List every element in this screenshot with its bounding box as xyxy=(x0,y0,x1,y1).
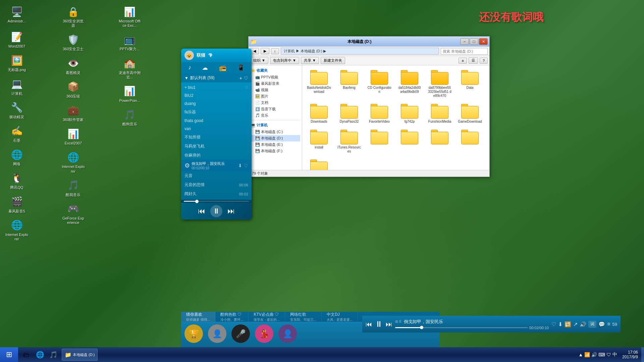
desktop-icon-kuwo[interactable]: 🎵 酷我音乐 xyxy=(60,177,87,199)
folder-favoritevideo[interactable]: FavoriteVideo xyxy=(366,103,393,125)
folder-extra4[interactable] xyxy=(457,128,483,155)
bp-prev-button[interactable]: ⏮ xyxy=(366,320,372,328)
sidebar-item-f[interactable]: 💾 本地磁盘 (F:) xyxy=(250,148,300,154)
playlist-item-buzhisuocuo[interactable]: 不知所措 xyxy=(181,133,252,142)
folder-baofeng[interactable]: Baofeng xyxy=(336,69,363,99)
desktop-icon-drive-mgr[interactable]: 🔧 驱动精灵 xyxy=(3,99,30,121)
bp-heart-button[interactable]: ♡ xyxy=(551,321,556,327)
new-folder-button[interactable]: 新建文件夹 xyxy=(321,57,345,64)
close-button[interactable]: ✕ xyxy=(479,38,488,45)
playlist-item-biu1[interactable]: + biu1 ♡ xyxy=(181,83,252,92)
folder-cd-config[interactable]: CD Configuration xyxy=(366,69,393,99)
playlist-heart-icon[interactable]: ♡ xyxy=(244,75,248,81)
sidebar-item-video[interactable]: 📹 视频 xyxy=(250,87,300,93)
bp-pause-button[interactable]: ⏸ xyxy=(375,319,383,329)
playlist-item-kuohaojiu[interactable]: 阔好久 00:02 xyxy=(181,189,252,198)
desktop-icon-pptv2[interactable]: 📺 PPTV聚力... xyxy=(116,31,143,53)
folder-extra5[interactable] xyxy=(306,158,332,170)
include-library-button[interactable]: 包含到库中 ▼ xyxy=(270,57,299,64)
playlist-item-horse[interactable]: 马羁坐飞机 xyxy=(181,142,252,151)
desktop-icon-geforce[interactable]: 🎮 GeForce Experience xyxy=(60,200,87,227)
playlist-add-icon[interactable]: + xyxy=(239,75,242,81)
view-list-button[interactable]: ≡ xyxy=(459,58,467,64)
progress-track[interactable] xyxy=(184,201,249,202)
desktop-icon-360safe[interactable]: 🛡️ 360安全卫士 xyxy=(60,31,87,53)
reco-item-5[interactable]: 👤 xyxy=(278,324,297,345)
show-desktop-button[interactable] xyxy=(641,347,644,362)
playlist-item-yuanyin[interactable]: 元音 xyxy=(181,171,252,180)
nav-forward-button[interactable]: ▶ xyxy=(261,48,269,54)
desktop-icon-qq[interactable]: 🐧 腾讯QQ xyxy=(3,170,30,191)
desktop-icon-network[interactable]: 🌐 网络 xyxy=(3,146,30,168)
playlist-item-daoge[interactable]: ⚙ 倒戈卸甲，国安民乐 00:02/00:10 ⬇ ♡ xyxy=(181,160,252,171)
taskbar-clock[interactable]: 17:06 2017/9/9 xyxy=(622,350,638,359)
playlist-item-thatsgood[interactable]: thats good xyxy=(181,117,252,125)
desktop-icon-admin[interactable]: 🖥️ Administr... xyxy=(3,3,30,25)
desktop-icon-office[interactable]: 📊 Microsoft Office Exc... xyxy=(116,3,143,29)
reco-tab-guess[interactable]: 猜你喜欢 听得越多 猜得... xyxy=(181,312,215,322)
desktop-icon-word2007[interactable]: 📝 Word2007 xyxy=(3,28,30,50)
bp-loop-button[interactable]: 🔁 xyxy=(565,321,571,327)
desktop-icon-kuwo2[interactable]: 🎵 酷狗音乐 xyxy=(116,106,143,128)
nav-up-button[interactable]: ↑ xyxy=(271,48,279,54)
reco-tab-ktv[interactable]: KTV必点曲 ♡ 张学友 - 逝近的... xyxy=(249,312,285,322)
next-button[interactable]: ⏭ xyxy=(227,207,235,216)
nav-radio-icon[interactable]: 📻 xyxy=(219,64,226,71)
sidebar-item-c[interactable]: 💾 本地磁盘 (C:) xyxy=(250,129,300,135)
playlist-item-nima[interactable]: 你麻痹的 xyxy=(181,151,252,160)
desktop-icon-computer[interactable]: 💻 计算机 xyxy=(3,76,30,98)
bp-track[interactable] xyxy=(395,327,528,328)
taskbar-ie-icon[interactable]: 🌐 xyxy=(34,349,46,361)
sidebar-item-pptv[interactable]: 📺 PPTV视频 xyxy=(250,74,300,80)
desktop-icon-kantu[interactable]: 👁️ 看图精灵 xyxy=(60,55,87,77)
sidebar-item-xunlei[interactable]: ⬇️ 迅雷下载 xyxy=(250,106,300,112)
folder-extra3[interactable] xyxy=(426,128,453,155)
folder-da8799[interactable]: da8799bbee55 3325be55d51 de89c470 xyxy=(426,69,453,99)
view-details-button[interactable]: ☰ xyxy=(469,57,478,64)
folder-gamedownload[interactable]: GameDownload xyxy=(457,103,483,125)
progress-thumb[interactable] xyxy=(195,200,199,203)
reco-item-2[interactable]: 👤 xyxy=(208,324,226,345)
sidebar-item-docs[interactable]: 📄 文档 xyxy=(250,100,300,106)
reco-item-4[interactable]: 💃 xyxy=(255,324,273,345)
pause-button[interactable]: ⏸ xyxy=(210,205,222,217)
reco-tab-hot[interactable]: 酷狗热歌 ♡ 冷小朔、萧环... xyxy=(215,312,249,322)
desktop-icon-powerpoint[interactable]: 📊 PowerPoin... xyxy=(116,83,143,105)
minimize-button[interactable]: − xyxy=(460,38,469,45)
bp-lyrics-button[interactable]: 词 xyxy=(588,321,596,328)
reco-item-1[interactable]: 🏆 xyxy=(184,324,203,345)
tray-antivirus-icon[interactable]: 🛡 xyxy=(606,352,611,357)
desktop-icon-longdi[interactable]: 🏫 龙迪市高中附近... xyxy=(116,55,143,81)
folder-dynapass32[interactable]: DynaPass32 xyxy=(336,103,363,125)
tray-network-icon[interactable]: 📶 xyxy=(584,352,590,357)
reco-tab-netsong[interactable]: 网络红歌 安东阳、司徒兰... xyxy=(285,312,322,322)
desktop-icon-ie[interactable]: 🌐 Internet Explorer xyxy=(3,217,30,243)
folder-funshionmedia[interactable]: FunshionMedia xyxy=(426,103,453,125)
tray-volume-icon[interactable]: 🔊 xyxy=(591,352,597,357)
playlist-item-fayueqi[interactable]: fa乐器 xyxy=(181,108,252,117)
start-button[interactable]: ⊞ xyxy=(0,347,18,362)
prev-button[interactable]: ⏮ xyxy=(198,207,205,216)
playlist-collapse-icon[interactable]: ▼ xyxy=(184,76,189,80)
playlist-item-duang[interactable]: duang xyxy=(181,100,252,108)
desktop-icon-ie2[interactable]: 🌐 Internet Explorer xyxy=(60,149,87,175)
nav-cloud-icon[interactable]: ☁ xyxy=(202,64,208,71)
desktop-icon-360browser[interactable]: 🔒 360安全浏览器 xyxy=(60,3,87,29)
tray-arrow-icon[interactable]: ▲ xyxy=(578,352,583,357)
tray-keyboard-icon[interactable]: ⌨ xyxy=(598,352,605,357)
desktop-icon-360assist[interactable]: 💼 360软件管家 xyxy=(60,102,87,124)
folder-itunes[interactable]: iTunes.Resources xyxy=(336,128,363,155)
nav-mobile-icon[interactable]: 📱 xyxy=(237,64,245,71)
desktop-icon-360zip[interactable]: 📦 360压缩 xyxy=(60,78,87,100)
sidebar-item-pictures[interactable]: 🖼️ 图片 xyxy=(250,93,300,100)
taskbar-file-explorer-item[interactable]: 📁 本地磁盘 (D:) xyxy=(62,349,98,361)
playlist-item-biu2[interactable]: BIU2 xyxy=(181,92,252,100)
help-button[interactable]: ? xyxy=(480,58,488,64)
desktop-icon-excel2007[interactable]: 📊 Excel2007 xyxy=(60,125,87,147)
bp-thumb[interactable] xyxy=(420,326,423,329)
reco-item-3[interactable]: 🎤 xyxy=(231,324,250,345)
bp-playlist-toggle[interactable]: ≡ xyxy=(607,321,610,327)
desktop-icon-pptv[interactable]: 🎬 暴风影音5 xyxy=(3,193,30,215)
bp-comment-button[interactable]: 💬 xyxy=(598,321,605,327)
bp-share-button[interactable]: ↗ xyxy=(573,321,578,327)
